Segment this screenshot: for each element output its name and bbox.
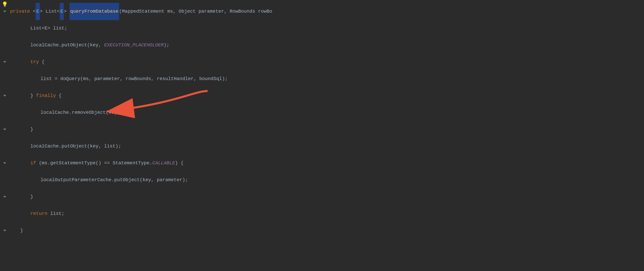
code-line-remove-object: localCache.removeObject(key); xyxy=(0,104,644,121)
return-list: list; xyxy=(48,205,64,222)
code-line-close-if: } xyxy=(0,188,644,205)
local-cache-ref: localCache.putObject(key, xyxy=(30,37,104,54)
keyword-return: return xyxy=(30,205,48,222)
type-param-E-1: E xyxy=(36,3,40,20)
method-params: (MappedStatement ms, Object parameter, R… xyxy=(119,3,272,20)
svg-marker-3 xyxy=(3,129,6,130)
open-brace-try: { xyxy=(39,54,44,70)
code-line-method-sig: private < E > List< E > queryFromDatabas… xyxy=(0,3,644,20)
gutter-collapse-try[interactable] xyxy=(0,54,9,70)
angle-close: > xyxy=(64,3,70,20)
keyword-try: try xyxy=(30,54,39,70)
code-line-try: try { xyxy=(0,54,644,70)
list-type: > List< xyxy=(40,3,60,20)
gutter-collapse-close-method[interactable] xyxy=(0,222,9,239)
svg-marker-6 xyxy=(3,230,6,231)
gutter-collapse-close-if[interactable] xyxy=(0,188,9,205)
code-line-close-finally: } xyxy=(0,121,644,138)
code-editor: 💡 private < E > List< E > queryFromDatab… xyxy=(0,0,644,271)
keyword-private: private xyxy=(10,3,33,20)
close-brace-try: } xyxy=(30,87,36,104)
code-line-put-object-2: localCache.putObject(key, list); xyxy=(0,138,644,155)
code-line-return: return list; xyxy=(0,205,644,222)
remove-object-call: localCache.removeObject(key); xyxy=(40,104,123,121)
code-line-do-query: list = doQuery(ms, parameter, rowBounds,… xyxy=(0,70,644,87)
if-condition-2: ) { xyxy=(175,155,184,172)
close-brace-if: } xyxy=(30,188,33,205)
semicolon-1: ); xyxy=(164,37,170,54)
close-brace-method: } xyxy=(20,222,23,239)
gutter-collapse-finally[interactable] xyxy=(0,87,9,104)
execution-placeholder: EXECUTION_PLACEHOLDER xyxy=(104,37,164,54)
callable-constant: CALLABLE xyxy=(152,155,175,172)
gutter-collapse-close-finally[interactable] xyxy=(0,121,9,138)
keyword-if: if xyxy=(30,155,36,172)
svg-marker-4 xyxy=(3,162,6,164)
type-param-E-2: E xyxy=(60,3,64,20)
svg-marker-2 xyxy=(3,95,6,97)
code-line-local-cache-put: localCache.putObject(key, EXECUTION_PLAC… xyxy=(0,37,644,54)
angle-open: < xyxy=(33,3,36,20)
code-line-close-method: } xyxy=(0,222,644,239)
gutter-collapse-if[interactable] xyxy=(0,155,9,172)
keyword-finally: finally xyxy=(36,87,56,104)
close-brace-finally: } xyxy=(30,121,33,138)
list-decl: List<E> list; xyxy=(30,20,67,37)
open-brace-finally: { xyxy=(56,87,62,104)
code-line-list-decl: List<E> list; xyxy=(0,20,644,37)
output-cache-call: localOutputParameterCache.putObject(key,… xyxy=(40,172,188,188)
lightbulb-icon: 💡 xyxy=(2,1,8,7)
code-line-if: if (ms.getStatementType() == StatementTy… xyxy=(0,155,644,172)
svg-marker-0 xyxy=(3,11,6,12)
do-query-call: list = doQuery(ms, parameter, rowBounds,… xyxy=(40,70,228,87)
code-line-finally: } finally { xyxy=(0,87,644,104)
if-condition-1: (ms.getStatementType() == StatementType. xyxy=(36,155,152,172)
method-name: queryFromDatabase xyxy=(70,3,119,20)
svg-marker-1 xyxy=(3,61,6,63)
put-object-call-2: localCache.putObject(key, list); xyxy=(30,138,121,155)
svg-marker-5 xyxy=(3,196,6,198)
code-line-output-cache: localOutputParameterCache.putObject(key,… xyxy=(0,172,644,188)
